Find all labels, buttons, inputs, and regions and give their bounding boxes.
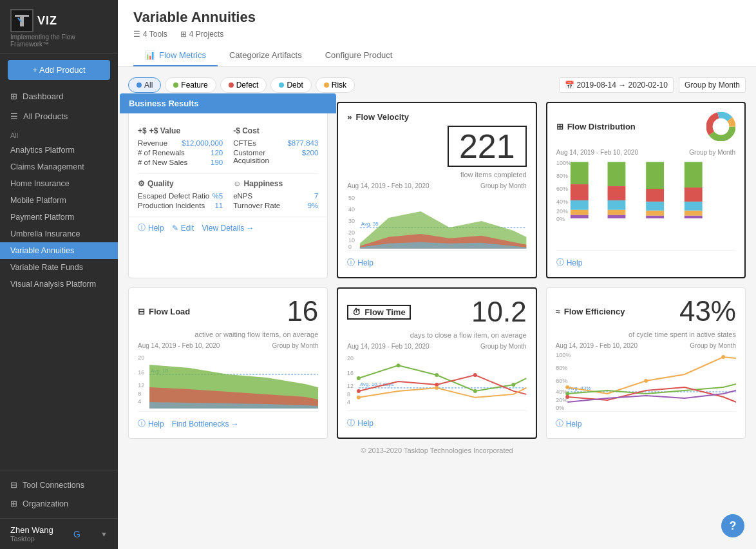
flow-efficiency-title: ≈ Flow Efficiency — [556, 307, 625, 316]
flow-time-title: ⏱ Flow Time — [347, 305, 410, 320]
filter-pills: All Feature Defect Debt Risk — [128, 77, 355, 93]
filter-defect[interactable]: Defect — [220, 77, 267, 93]
flow-load-icon: ⊟ — [138, 307, 145, 316]
svg-text:40%: 40% — [556, 198, 568, 205]
flow-distribution-title: ⊞ Flow Distribution — [556, 122, 636, 131]
help-icon: ⓘ — [556, 257, 564, 268]
add-product-button[interactable]: + Add Product — [8, 60, 110, 80]
flow-efficiency-metric: 43% — [679, 297, 736, 325]
svg-text:60%: 60% — [556, 378, 567, 384]
edit-link[interactable]: ✎ Edit — [172, 222, 194, 233]
sidebar-item-dashboard[interactable]: ⊞ Dashboard — [0, 86, 118, 106]
group-by-select[interactable]: Group by Month — [679, 77, 746, 93]
sidebar-nav: ⊞ Dashboard ☰ All Products All Analytics… — [0, 86, 118, 470]
sidebar-item-claims[interactable]: Claims Management — [0, 159, 118, 175]
svg-rect-29 — [571, 215, 589, 218]
sidebar-item-all-products[interactable]: ☰ All Products — [0, 106, 118, 126]
sidebar-item-variable-annuities[interactable]: Variable Annuities — [0, 242, 118, 259]
header-meta: ☰ 4 Tools ⊞ 4 Projects — [133, 30, 741, 39]
tab-configure[interactable]: Configure Product — [314, 45, 404, 66]
tool-connections-icon: ⊟ — [10, 480, 17, 490]
tab-categorize[interactable]: Categorize Artifacts — [218, 45, 314, 66]
svg-point-71 — [512, 383, 516, 387]
tab-flow-metrics[interactable]: 📊 Flow Metrics — [133, 45, 218, 66]
svg-text:20: 20 — [138, 354, 144, 361]
distribution-help-link[interactable]: ⓘ Help — [556, 257, 583, 268]
svg-text:4: 4 — [347, 399, 350, 405]
svg-text:16: 16 — [138, 369, 144, 376]
distribution-icon: ⊞ — [556, 122, 563, 131]
turnover-row: Turnover Rate 9% — [233, 202, 318, 209]
help-link[interactable]: ⓘ Help — [138, 222, 164, 233]
sidebar-item-mobile[interactable]: Mobile Platform — [0, 192, 118, 209]
distribution-chart-meta: Aug 14, 2019 - Feb 10, 2020 Group by Mon… — [556, 149, 735, 156]
value-section-title: +$ +$ Value — [138, 126, 223, 135]
feature-dot — [173, 82, 178, 88]
svg-text:Avg. 35: Avg. 35 — [361, 221, 379, 227]
sidebar-item-visual-analysis[interactable]: Visual Analysis Platform — [0, 276, 118, 293]
flow-time-metric: 10.2 — [471, 298, 527, 326]
svg-point-75 — [357, 396, 361, 400]
tools-icon: ☰ — [133, 30, 140, 39]
svg-text:40: 40 — [348, 206, 355, 213]
flow-velocity-header: » Flow Velocity — [347, 112, 526, 122]
svg-rect-28 — [571, 210, 589, 215]
flow-efficiency-help-link[interactable]: ⓘ Help — [556, 418, 582, 429]
user-org: Tasktop — [10, 535, 53, 543]
flow-load-help-link[interactable]: ⓘ Help — [138, 418, 164, 429]
flow-efficiency-header: ≈ Flow Efficiency 43% — [556, 297, 736, 325]
quality-icon: ⚙ — [138, 179, 145, 188]
view-details-link[interactable]: View Details → — [202, 222, 254, 233]
svg-text:8: 8 — [138, 390, 141, 397]
svg-text:12: 12 — [138, 382, 144, 389]
filter-feature[interactable]: Feature — [165, 77, 216, 93]
google-icon[interactable]: G — [73, 529, 80, 539]
all-dot — [137, 82, 142, 88]
svg-text:80%: 80% — [556, 365, 567, 371]
find-bottlenecks-link[interactable]: Find Bottlenecks → — [172, 418, 239, 429]
business-results-card: Business Results +$ +$ Value Revenue $12… — [128, 102, 328, 278]
svg-rect-43 — [684, 211, 702, 216]
svg-rect-40 — [684, 162, 702, 188]
svg-text:10: 10 — [348, 237, 355, 244]
clock-icon: ⏱ — [352, 307, 361, 317]
svg-rect-27 — [571, 200, 589, 210]
date-range-picker[interactable]: 📅 2019-08-14 → 2020-02-10 — [559, 77, 674, 93]
velocity-metric: 221 — [448, 126, 527, 167]
svg-rect-32 — [607, 200, 625, 210]
sidebar-item-umbrella[interactable]: Umbrella Insurance — [0, 226, 118, 242]
all-products-icon: ☰ — [10, 111, 18, 121]
svg-rect-41 — [684, 188, 702, 202]
svg-text:4: 4 — [138, 398, 141, 405]
flow-velocity-title: » Flow Velocity — [347, 112, 409, 122]
organization-icon: ⊞ — [10, 499, 17, 508]
filter-debt[interactable]: Debt — [270, 77, 311, 93]
efficiency-icon: ≈ — [556, 307, 560, 316]
flow-time-help-link[interactable]: ⓘ Help — [347, 418, 373, 429]
filter-all[interactable]: All — [128, 77, 161, 93]
sidebar-item-organization[interactable]: ⊞ Organization — [0, 494, 118, 513]
sidebar-item-home-insurance[interactable]: Home Insurance — [0, 175, 118, 192]
chevron-down-icon[interactable]: ▼ — [100, 530, 108, 538]
sidebar-item-analytics[interactable]: Analytics Platform — [0, 142, 118, 159]
help-bubble[interactable]: ? — [721, 514, 744, 537]
business-results-header: Business Results — [120, 93, 336, 113]
incidents-row: Production Incidents 11 — [138, 202, 223, 209]
sidebar-item-label: Dashboard — [23, 92, 64, 101]
projects-count: ⊞ 4 Projects — [180, 30, 223, 39]
svg-rect-25 — [571, 162, 589, 184]
svg-rect-34 — [607, 215, 625, 218]
sidebar-item-tool-connections[interactable]: ⊟ Tool Connections — [0, 476, 118, 494]
sidebar-item-payment[interactable]: Payment Platform — [0, 209, 118, 226]
cost-section-title: -$ Cost — [233, 126, 318, 135]
velocity-help-link[interactable]: ⓘ Help — [347, 257, 373, 268]
flow-load-chart: 20 16 12 8 4 Avg. 16 Aug 2019 O — [138, 352, 318, 410]
sidebar-item-variable-rate[interactable]: Variable Rate Funds — [0, 259, 118, 276]
filter-risk[interactable]: Risk — [316, 77, 355, 93]
velocity-chart-meta: Aug 14, 2019 - Feb 10, 2020 Group by Mon… — [347, 182, 526, 189]
svg-rect-0 — [15, 15, 29, 17]
main-header: Variable Annuities ☰ 4 Tools ⊞ 4 Project… — [118, 0, 756, 67]
distribution-footer: ⓘ Help — [556, 250, 735, 268]
flow-load-footer: ⓘ Help Find Bottlenecks → — [138, 411, 318, 429]
flow-efficiency-footer: ⓘ Help — [556, 411, 736, 429]
